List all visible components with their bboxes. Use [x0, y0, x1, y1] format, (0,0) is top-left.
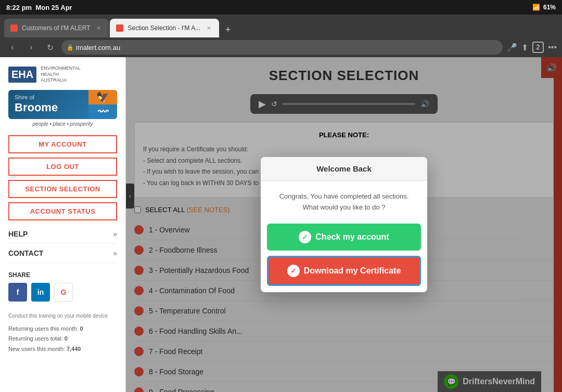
battery-icon: 61%	[543, 4, 556, 11]
eha-subtitle: ENVIRONMENTALHEALTHAUSTRALIA	[41, 66, 81, 84]
tabs-count-btn[interactable]: 2	[532, 42, 544, 53]
address-bar-row: ‹ › ↻ 🔒 🎤 ⬆ 2 •••	[0, 37, 562, 57]
main-content: 🔊 SECTION SELECTION ▶ ↺ 🔊 PLEASE NOTE: I…	[126, 57, 562, 392]
more-options-icon[interactable]: •••	[548, 43, 557, 52]
contact-label: CONTACT	[8, 249, 43, 257]
tab-bar: Customers of I'M ALERT ✕ Section Selecti…	[0, 15, 562, 37]
main-layout: EHA ENVIRONMENTALHEALTHAUSTRALIA Shire o…	[0, 57, 562, 392]
log-out-button[interactable]: LOG OUT	[8, 158, 117, 176]
stats-section: Returning users this month: 0 Returning …	[8, 324, 117, 355]
sidebar-item-contact[interactable]: CONTACT »	[8, 244, 117, 263]
tab-customers[interactable]: Customers of I'M ALERT ✕	[4, 19, 109, 37]
new-tab-button[interactable]: +	[220, 22, 236, 37]
sidebar-item-help[interactable]: HELP »	[8, 225, 117, 244]
tab-label-1: Customers of I'M ALERT	[22, 24, 90, 32]
contact-chevron: »	[113, 249, 117, 257]
browser-chrome: 8:22 pm Mon 25 Apr 📶 61% Customers of I'…	[0, 0, 562, 57]
download-certificate-button[interactable]: ✓ Download my Certificate	[267, 256, 421, 286]
google-button[interactable]: G	[54, 283, 73, 302]
share-icon[interactable]: ⬆	[521, 43, 528, 53]
section-selection-button[interactable]: SECTION SELECTION	[8, 180, 117, 198]
facebook-button[interactable]: f	[8, 283, 27, 302]
shire-tagline: people • place • prosperity	[8, 121, 117, 127]
wifi-icon: 📶	[532, 4, 540, 11]
tab-favicon-1	[10, 24, 18, 32]
linkedin-button[interactable]: in	[31, 283, 50, 302]
mobile-notice: Conduct this training on your mobile dev…	[8, 312, 117, 320]
social-icons: f in G	[8, 283, 117, 302]
shire-logo: Shire of Broome 🦅 〰 people • place • pro…	[8, 90, 117, 127]
download-check-icon: ✓	[287, 265, 300, 277]
toolbar-right: 🎤 ⬆ 2 •••	[507, 42, 557, 53]
status-bar: 8:22 pm Mon 25 Apr 📶 61%	[0, 0, 562, 15]
eha-acronym: EHA	[8, 67, 36, 83]
sidebar: EHA ENVIRONMENTALHEALTHAUSTRALIA Shire o…	[0, 57, 126, 392]
check-account-button[interactable]: ✓ Check my account	[267, 224, 421, 251]
status-time: 8:22 pm Mon 25 Apr	[6, 4, 72, 11]
back-button[interactable]: ‹	[5, 40, 20, 55]
tab-close-2[interactable]: ✕	[205, 24, 213, 32]
tab-favicon-2	[116, 24, 123, 32]
help-label: HELP	[8, 230, 28, 238]
tab-close-1[interactable]: ✕	[94, 24, 103, 32]
modal-body-line2: What would you like to do ?	[303, 203, 386, 211]
modal-header: Welcome Back	[261, 157, 427, 181]
my-account-button[interactable]: MY ACCOUNT	[8, 135, 117, 153]
share-section: SHARE f in G	[8, 271, 117, 302]
address-input[interactable]	[61, 40, 503, 55]
mic-icon[interactable]: 🎤	[507, 43, 517, 53]
tab-label-2: Section Selection - I'M A...	[127, 24, 200, 32]
stat-new-month: New users this month: 7,440	[8, 344, 117, 355]
download-certificate-label: Download my Certificate	[304, 266, 401, 276]
eha-logo: EHA ENVIRONMENTALHEALTHAUSTRALIA	[8, 66, 117, 84]
reload-button[interactable]: ↻	[43, 40, 57, 55]
stat-returning-month: Returning users this month: 0	[8, 324, 117, 334]
modal-overlay: Welcome Back Congrats, You have complete…	[126, 57, 562, 392]
forward-button[interactable]: ›	[24, 40, 39, 55]
modal-body: Congrats, You have completed all section…	[261, 181, 427, 224]
check-account-label: Check my account	[315, 232, 389, 242]
check-circle-icon: ✓	[299, 231, 311, 243]
status-bar-right: 📶 61%	[532, 4, 556, 11]
tab-section-selection[interactable]: Section Selection - I'M A... ✕	[110, 19, 219, 37]
account-status-button[interactable]: ACCOUNT STATUS	[8, 202, 117, 220]
lock-icon: 🔒	[67, 44, 74, 51]
stat-returning-total: Returning users total: 0	[8, 334, 117, 344]
address-container: 🔒	[61, 40, 503, 55]
share-label: SHARE	[8, 271, 117, 279]
welcome-back-modal: Welcome Back Congrats, You have complete…	[261, 157, 427, 292]
help-chevron: »	[113, 230, 117, 238]
modal-body-line1: Congrats, You have completed all section…	[279, 192, 409, 200]
